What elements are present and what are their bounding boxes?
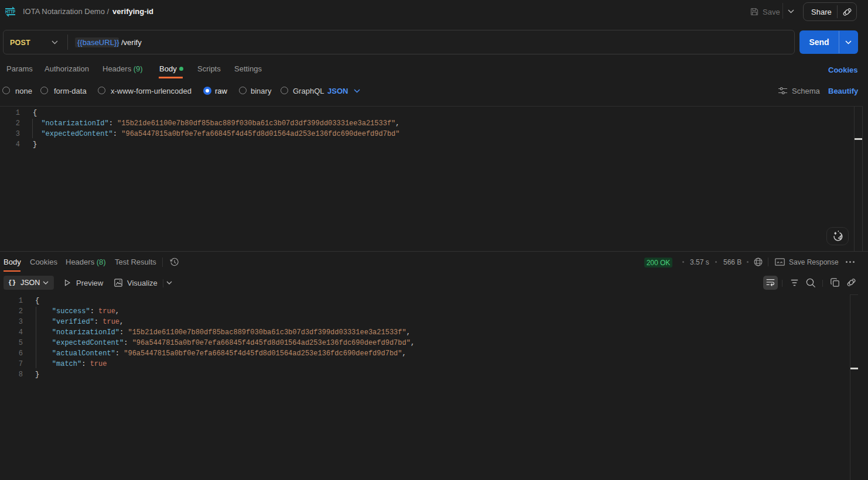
svg-text:HTTP: HTTP	[5, 9, 15, 15]
